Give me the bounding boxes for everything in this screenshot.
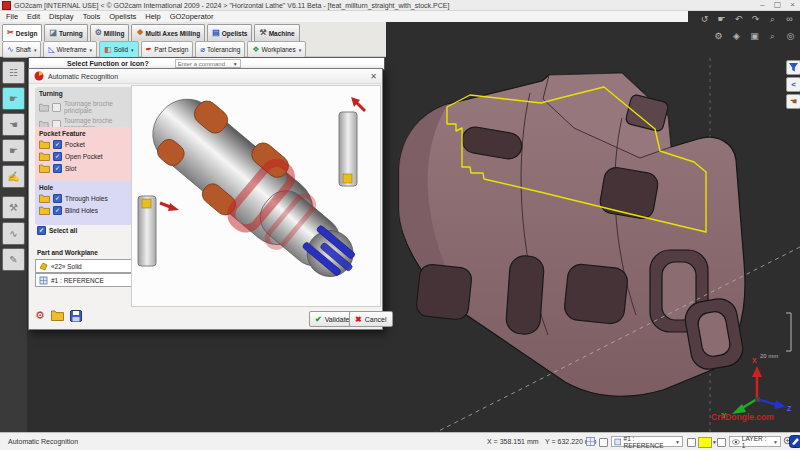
settings-gear-icon[interactable]: ⚙ xyxy=(35,309,45,322)
zoom-icon[interactable]: ⌕ xyxy=(766,13,779,26)
dialog-title-bar[interactable]: Automatic Recognition ✕ xyxy=(29,69,382,84)
menu-display[interactable]: Display xyxy=(49,12,74,21)
menu-go2operator[interactable]: GO2operator xyxy=(170,12,214,21)
checkbox-checked[interactable] xyxy=(53,206,62,215)
dropdown-arrow-icon: ▾ xyxy=(299,47,302,53)
tolerancing-button[interactable]: ⌀ Tolerancing xyxy=(195,41,245,58)
binoculars-icon[interactable]: ∞ xyxy=(783,13,796,26)
workplane-icon xyxy=(39,276,48,285)
workplane-select[interactable]: #1 : REFERENCE ▼ xyxy=(35,273,140,287)
collapse-panel-icon[interactable]: < xyxy=(786,77,800,92)
rotate-view-icon[interactable]: ↺ xyxy=(698,13,711,26)
sidebar-annotate-tool[interactable]: ✍ xyxy=(2,165,25,188)
workplane-checkbox[interactable] xyxy=(687,438,696,447)
grab-icon[interactable]: ☚ xyxy=(786,94,800,109)
menu-edit[interactable]: Edit xyxy=(27,12,40,21)
recognition-preview[interactable] xyxy=(131,85,381,307)
status-mode-label: Automatic Recognition xyxy=(8,438,78,445)
part-select[interactable]: «22» Solid ▼ xyxy=(35,259,140,273)
menu-help[interactable]: Help xyxy=(145,12,160,21)
shading-icon[interactable]: ◈ xyxy=(730,30,743,43)
filter-icon[interactable] xyxy=(786,60,800,75)
part-design-button[interactable]: ✒ Part Design xyxy=(141,41,194,58)
hide-show-icon[interactable]: ◎ xyxy=(784,30,797,43)
open-folder-icon[interactable] xyxy=(51,310,64,321)
menu-tools[interactable]: Tools xyxy=(83,12,101,21)
pocket-row[interactable]: Pocket xyxy=(39,140,136,149)
select-all-row[interactable]: Select all xyxy=(37,226,77,235)
tab-opelists[interactable]: ▤ Opelists xyxy=(207,24,252,41)
app-logo-icon xyxy=(2,1,11,10)
close-button[interactable]: × xyxy=(785,0,800,10)
sidebar-select-tool[interactable]: ☷ xyxy=(2,61,25,84)
scale-label: 20 mm xyxy=(760,353,778,359)
slot-row[interactable]: Slot xyxy=(39,164,136,173)
machine-icon: ⚒ xyxy=(259,29,266,37)
open-pocket-row[interactable]: Open Pocket xyxy=(39,152,136,161)
status-layer-select[interactable]: LAYER : 1 ▼ xyxy=(729,436,781,447)
turning-main-spindle-row[interactable]: Tournage broche principale xyxy=(39,100,136,114)
tab-multi-axes-milling[interactable]: ❖ Multi Axes Milling xyxy=(131,24,205,41)
checkbox-checked[interactable] xyxy=(37,226,46,235)
wireframe-button[interactable]: ◺ Wireframe▾ xyxy=(43,41,97,58)
blind-holes-row[interactable]: Blind Holes xyxy=(39,206,136,215)
pan-view-icon[interactable]: ☛ xyxy=(715,13,728,26)
checkbox-checked[interactable] xyxy=(53,164,62,173)
save-disk-icon[interactable] xyxy=(70,310,82,322)
sidebar-measure-tool[interactable]: ⚒ xyxy=(2,196,25,219)
menu-opelists[interactable]: Opelists xyxy=(109,12,136,21)
checkbox-checked[interactable] xyxy=(53,152,62,161)
tab-turning[interactable]: ◪ Turning xyxy=(44,24,87,41)
checkbox-unchecked[interactable] xyxy=(52,103,61,112)
design-tools-icon: ✂ xyxy=(7,29,14,37)
tab-milling[interactable]: ⚙ Milling xyxy=(90,24,130,41)
undo-icon[interactable]: ↶ xyxy=(732,13,745,26)
shaft-icon: ∿ xyxy=(7,46,14,54)
clipping-icon[interactable]: ▣ xyxy=(748,30,761,43)
solid-button[interactable]: ◧ Solid▾ xyxy=(99,41,139,58)
sidebar-point-tool[interactable]: ☛ xyxy=(2,139,25,162)
tab-design[interactable]: ✂ Design xyxy=(2,24,42,41)
sidebar-active-tool[interactable]: ☛ xyxy=(2,87,25,110)
right-edge-toolbar: < ☚ xyxy=(786,60,800,109)
watermark-text: CrkDongle.com xyxy=(711,412,774,422)
maximize-button[interactable]: ▢ xyxy=(770,0,785,10)
cancel-button[interactable]: ✖ Cancel xyxy=(349,311,393,327)
wireframe-icon: ◺ xyxy=(48,46,54,54)
current-color-swatch[interactable] xyxy=(698,437,712,448)
zoom-window-icon[interactable]: ⌕ xyxy=(766,30,779,43)
menu-file[interactable]: File xyxy=(6,12,18,21)
grid-snap-icon[interactable] xyxy=(586,437,595,446)
redo-icon[interactable]: ↷ xyxy=(749,13,762,26)
workplanes-button[interactable]: ❖ Workplanes▾ xyxy=(247,41,306,58)
sidebar-curve-tool[interactable]: ∿ xyxy=(2,222,25,245)
checkbox-checked[interactable] xyxy=(53,140,62,149)
eye-icon xyxy=(732,439,740,445)
lathe-icon: ◪ xyxy=(49,29,57,37)
dropdown-arrow-icon: ▾ xyxy=(34,47,37,53)
through-holes-row[interactable]: Through Holes xyxy=(39,194,136,203)
checkbox-checked[interactable] xyxy=(53,194,62,203)
view-toolbar-row1: ↺ ☛ ↶ ↷ ⌕ ∞ xyxy=(698,13,796,26)
tab-machine[interactable]: ⚒ Machine xyxy=(254,24,299,41)
part-icon xyxy=(39,262,48,271)
command-input[interactable]: Enter a command ▼ xyxy=(175,59,241,68)
part-workplane-label: Part and Workplane xyxy=(37,249,98,256)
status-workplane-select[interactable]: #1 : REFERENCE ▼ xyxy=(611,436,683,447)
sidebar-pick-tool[interactable]: ☚ xyxy=(2,113,25,136)
pocket-feature-section: Pocket Feature Pocket Open Pocket Slot xyxy=(35,127,140,183)
dialog-close-icon[interactable]: ✕ xyxy=(370,72,377,81)
turning-section: Turning Tournage broche principale Tourn… xyxy=(35,87,140,129)
view-settings-icon[interactable]: ⚙ xyxy=(712,30,725,43)
solid-icon: ◧ xyxy=(104,46,112,54)
grid-checkbox[interactable] xyxy=(599,438,608,447)
color-checkbox[interactable] xyxy=(717,438,726,447)
sidebar-edit-tool[interactable]: ✎ xyxy=(2,248,25,271)
minimize-button[interactable]: – xyxy=(755,0,770,10)
machined-part[interactable] xyxy=(399,73,746,396)
mill-icon: ⚙ xyxy=(95,29,102,37)
folder-icon xyxy=(39,164,50,173)
dongle-status-icon[interactable] xyxy=(789,435,800,448)
chevron-down-icon: ▼ xyxy=(773,439,778,445)
shaft-button[interactable]: ∿ Shaft▾ xyxy=(2,41,41,58)
